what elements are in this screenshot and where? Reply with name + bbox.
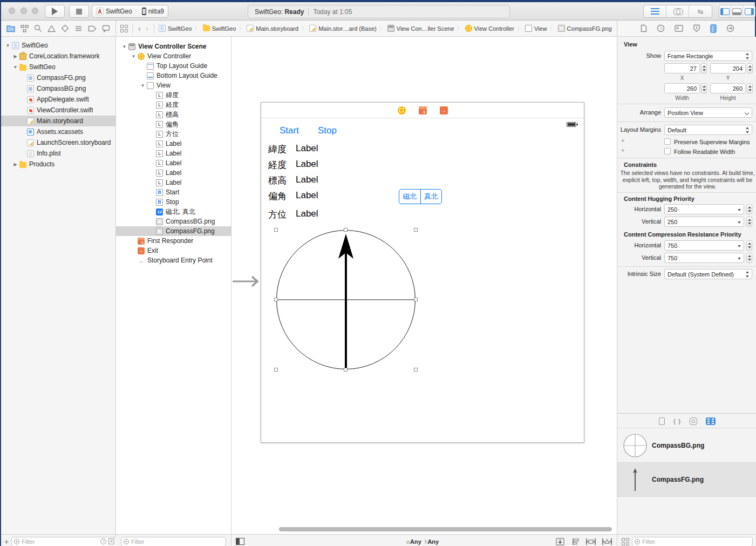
navigator-row-project[interactable]: SwiftGeo	[1, 40, 115, 51]
outline-row-exit[interactable]: Exit	[116, 246, 231, 255]
breakpoint-navigator-icon[interactable]	[88, 25, 97, 32]
unsaved-files-icon[interactable]	[108, 538, 114, 544]
outline-row-label[interactable]: Label	[116, 178, 231, 187]
outline-row-label[interactable]: 方位	[116, 129, 231, 139]
outline-row-label[interactable]: Label	[116, 168, 231, 178]
outline-row-button[interactable]: Stop	[116, 197, 231, 207]
project-navigator-icon[interactable]	[6, 25, 15, 32]
size-inspector-tab[interactable]	[710, 24, 717, 33]
outline-row-label[interactable]: 標高	[116, 110, 231, 119]
compression-vertical-combo[interactable]: 750	[664, 253, 744, 263]
first-responder-icon[interactable]	[419, 106, 427, 114]
declination-value-label[interactable]: Label	[296, 190, 318, 201]
resize-handle-top[interactable]	[344, 228, 348, 232]
north-segmented-control[interactable]: 磁北 真北	[399, 189, 442, 204]
true-north-segment[interactable]: 真北	[421, 190, 442, 204]
outline-row-entry-point[interactable]: Storyboard Entry Point	[116, 255, 231, 265]
go-back-button[interactable]: ‹	[137, 24, 142, 32]
canvas-start-button[interactable]: Start	[280, 125, 299, 136]
disclosure-triangle[interactable]	[130, 54, 138, 59]
close-window-button[interactable]	[9, 8, 15, 14]
x-stepper[interactable]	[701, 63, 707, 73]
code-snippet-library-tab[interactable]: { }	[673, 418, 682, 424]
breadcrumb-view-controller[interactable]: View Controller	[465, 25, 514, 32]
outline-filter-input[interactable]	[131, 538, 223, 545]
outline-row-view-controller[interactable]: View Controller	[116, 51, 231, 61]
storyboard-canvas[interactable]: Start Stop 緯度 Label 経度 Label 標高 Label 偏角…	[231, 37, 617, 534]
resize-handle-top-right[interactable]	[414, 228, 418, 232]
height-field[interactable]: 260	[710, 83, 746, 93]
resize-handle-bottom-left[interactable]	[274, 368, 278, 372]
object-library-tab[interactable]	[690, 417, 697, 425]
storyboard-entry-point-arrow[interactable]	[233, 276, 262, 287]
related-items-icon[interactable]	[120, 25, 128, 32]
root-view[interactable]: Start Stop 緯度 Label 経度 Label 標高 Label 偏角…	[261, 118, 584, 442]
arrange-dropdown[interactable]: Position View	[664, 107, 752, 118]
recent-files-icon[interactable]	[100, 538, 106, 544]
file-template-library-tab[interactable]	[659, 417, 665, 425]
magnetic-north-segment[interactable]: 磁北	[399, 190, 421, 204]
latitude-caption-label[interactable]: 緯度	[268, 143, 287, 156]
navigator-row-group[interactable]: SwiftGeo	[1, 62, 115, 72]
outline-row-label[interactable]: Label	[116, 149, 231, 158]
altitude-caption-label[interactable]: 標高	[268, 174, 287, 187]
navigator-row-file[interactable]: LaunchScreen.storyboard	[1, 137, 115, 148]
issue-navigator-icon[interactable]	[47, 25, 56, 32]
stop-button[interactable]	[69, 5, 89, 18]
outline-row-label[interactable]: Label	[116, 139, 231, 149]
outline-row-first-responder[interactable]: First Responder	[116, 236, 231, 246]
latitude-value-label[interactable]: Label	[296, 143, 318, 154]
outline-row-segmented-control[interactable]: 磁北, 真北	[116, 207, 231, 217]
outline-row-scene[interactable]: View Controller Scene	[116, 42, 231, 51]
hugging-vertical-stepper[interactable]	[746, 217, 752, 227]
breadcrumb-view[interactable]: View	[525, 25, 547, 32]
go-forward-button[interactable]: ›	[145, 24, 149, 32]
minimize-window-button[interactable]	[21, 8, 27, 14]
symbol-navigator-icon[interactable]	[21, 25, 29, 32]
breadcrumb-scene[interactable]: View Con…ller Scene	[387, 25, 454, 32]
outline-row-label[interactable]: 偏角	[116, 119, 231, 129]
hugging-vertical-combo[interactable]: 250	[664, 217, 744, 227]
add-button[interactable]: +	[4, 537, 9, 546]
longitude-caption-label[interactable]: 経度	[268, 159, 287, 171]
intrinsic-size-popup[interactable]: Default (System Defined)	[664, 269, 752, 279]
hugging-horizontal-combo[interactable]: 250	[664, 204, 744, 214]
view-controller-frame[interactable]: Start Stop 緯度 Label 経度 Label 標高 Label 偏角…	[261, 102, 584, 443]
outline-row-label[interactable]: 経度	[116, 100, 231, 110]
document-outline-toggle[interactable]	[236, 538, 244, 545]
navigator-row-file-selected[interactable]: Main.storyboard	[1, 116, 115, 126]
outline-row-bottom-layout-guide[interactable]: Bottom Layout Guide	[116, 71, 231, 80]
navigator-row-file[interactable]: Assets.xcassets	[1, 126, 115, 137]
heading-caption-label[interactable]: 方位	[268, 208, 287, 221]
library-grid-view-icon[interactable]	[622, 538, 629, 545]
resize-handle-bottom[interactable]	[344, 368, 348, 372]
show-popup[interactable]: Frame Rectangle	[664, 51, 752, 61]
debug-navigator-icon[interactable]	[74, 25, 83, 32]
media-library-item-selected[interactable]: CompassFG.png	[617, 463, 756, 497]
exit-icon[interactable]	[440, 106, 448, 114]
outline-row-image-view-selected[interactable]: CompassFG.png	[116, 226, 231, 236]
width-field[interactable]: 260	[664, 83, 700, 93]
resize-handle-bottom-right[interactable]	[414, 368, 418, 372]
disclosure-triangle[interactable]	[11, 162, 19, 167]
resize-handle-right[interactable]	[414, 298, 418, 301]
add-constraints-icon[interactable]	[585, 537, 596, 546]
outline-row-label[interactable]: Label	[116, 158, 231, 168]
report-navigator-icon[interactable]	[102, 25, 110, 32]
outline-row-top-layout-guide[interactable]: Top Layout Guide	[116, 61, 231, 71]
breadcrumb-image-view[interactable]: CompassFG.png	[558, 25, 612, 32]
outline-row-label[interactable]: 緯度	[116, 90, 231, 100]
navigator-filter-field[interactable]	[11, 537, 117, 546]
disclosure-triangle[interactable]	[11, 65, 19, 70]
horizontal-scrollbar[interactable]	[279, 527, 612, 531]
readable-width-checkbox[interactable]	[664, 148, 671, 154]
standard-editor-button[interactable]	[644, 5, 666, 17]
x-field[interactable]: 27	[664, 63, 700, 73]
navigator-filter-input[interactable]	[22, 538, 98, 545]
compression-horizontal-combo[interactable]: 750	[664, 240, 744, 251]
compass-image-view[interactable]	[276, 230, 416, 370]
navigator-row-file[interactable]: ViewController.swift	[1, 105, 115, 116]
declination-caption-label[interactable]: 偏角	[268, 190, 287, 203]
compression-vertical-stepper[interactable]	[746, 253, 752, 263]
longitude-value-label[interactable]: Label	[296, 159, 318, 170]
